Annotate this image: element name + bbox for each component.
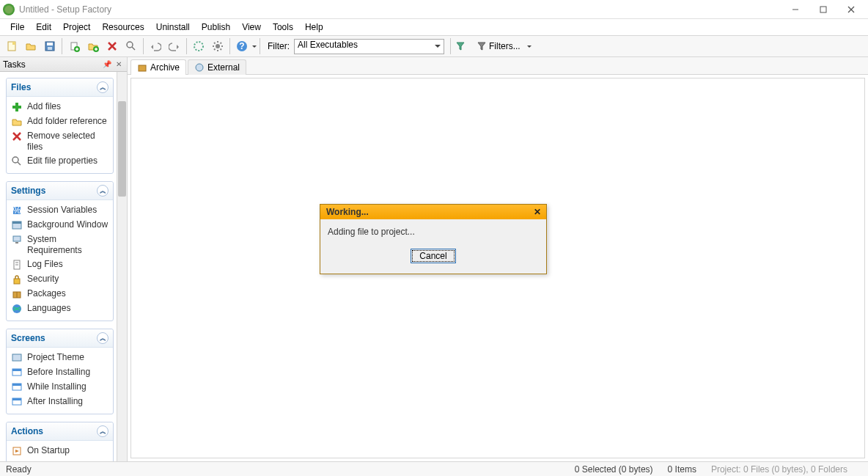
menu-resources[interactable]: Resources bbox=[96, 21, 150, 34]
filters-dropdown-icon[interactable] bbox=[527, 45, 532, 50]
svg-point-36 bbox=[12, 157, 18, 163]
tasks-pin-icon[interactable]: 📌 bbox=[102, 59, 112, 70]
task-before-install[interactable]: Before Installing bbox=[10, 365, 110, 380]
menu-file[interactable]: File bbox=[4, 21, 30, 34]
variables-icon: % bbox=[11, 205, 23, 216]
svg-line-19 bbox=[132, 47, 135, 50]
redo-icon[interactable] bbox=[166, 37, 183, 55]
task-label: After Installing bbox=[27, 396, 83, 407]
settings-icon[interactable] bbox=[209, 37, 227, 55]
menu-view[interactable]: View bbox=[236, 21, 267, 34]
task-log-files[interactable]: Log Files bbox=[10, 257, 110, 272]
maximize-button[interactable] bbox=[809, 1, 837, 18]
dialog-close-icon[interactable]: ✕ bbox=[532, 206, 543, 218]
dialog-body: Adding file to project... Cancel bbox=[320, 219, 546, 274]
panel-head-files[interactable]: Files ︽ bbox=[7, 78, 113, 97]
collapse-icon[interactable]: ︽ bbox=[97, 425, 108, 437]
undo-icon[interactable] bbox=[147, 37, 164, 55]
svg-line-28 bbox=[214, 49, 216, 51]
add-file-icon[interactable] bbox=[65, 37, 83, 55]
task-edit-props[interactable]: Edit file properties bbox=[10, 154, 110, 169]
filter-quick-icon[interactable] bbox=[454, 37, 467, 55]
add-folder-icon[interactable] bbox=[84, 37, 102, 55]
panel-title: Files bbox=[11, 82, 31, 92]
svg-point-61 bbox=[196, 64, 203, 71]
folder-plus-icon bbox=[11, 116, 23, 128]
open-icon[interactable] bbox=[22, 37, 40, 55]
task-add-files[interactable]: Add files bbox=[10, 100, 110, 114]
task-on-startup[interactable]: On Startup bbox=[10, 444, 110, 458]
panel-screens: Screens ︽ Project Theme Before Installin… bbox=[6, 329, 114, 414]
tab-archive[interactable]: Archive bbox=[130, 59, 186, 75]
collapse-icon[interactable]: ︽ bbox=[97, 81, 108, 93]
svg-point-21 bbox=[216, 44, 220, 48]
task-on-pre-install[interactable]: On Pre Install bbox=[10, 458, 110, 461]
task-system-req[interactable]: System Requirements bbox=[10, 232, 110, 257]
dialog-titlebar[interactable]: Working... ✕ bbox=[320, 205, 546, 219]
tasks-close-icon[interactable]: ✕ bbox=[114, 59, 124, 70]
remove-icon[interactable] bbox=[103, 37, 121, 55]
menu-project[interactable]: Project bbox=[57, 21, 96, 34]
task-label: Edit file properties bbox=[27, 155, 98, 166]
external-icon bbox=[194, 62, 205, 73]
menu-help[interactable]: Help bbox=[299, 21, 329, 34]
task-packages[interactable]: Packages bbox=[10, 287, 110, 301]
task-project-theme[interactable]: Project Theme bbox=[10, 351, 110, 365]
svg-rect-43 bbox=[15, 242, 18, 244]
task-label: Remove selected files bbox=[27, 131, 108, 153]
panel-head-actions[interactable]: Actions ︽ bbox=[7, 422, 113, 441]
task-label: Session Variables bbox=[27, 205, 97, 216]
panel-head-screens[interactable]: Screens ︽ bbox=[7, 329, 113, 348]
menu-tools[interactable]: Tools bbox=[267, 21, 299, 34]
archive-icon bbox=[137, 62, 147, 73]
panel-head-settings[interactable]: Settings ︽ bbox=[7, 182, 113, 200]
menu-publish[interactable]: Publish bbox=[196, 21, 236, 34]
task-label: Add folder reference bbox=[27, 116, 107, 127]
computer-icon bbox=[11, 234, 23, 246]
filters-button[interactable]: Filters... bbox=[471, 39, 526, 54]
task-after-install[interactable]: After Installing bbox=[10, 395, 110, 409]
window-icon bbox=[11, 219, 23, 231]
close-button[interactable] bbox=[837, 1, 865, 18]
help-dropdown-icon[interactable] bbox=[252, 45, 257, 50]
tab-label: External bbox=[207, 62, 240, 73]
menu-edit[interactable]: Edit bbox=[30, 21, 57, 34]
tab-external[interactable]: External bbox=[188, 59, 246, 75]
menu-uninstall[interactable]: Uninstall bbox=[150, 21, 196, 34]
menubar: File Edit Project Resources Uninstall Pu… bbox=[0, 19, 868, 35]
task-while-install[interactable]: While Installing bbox=[10, 380, 110, 395]
task-label: Packages bbox=[27, 288, 66, 299]
theme-icon bbox=[11, 352, 23, 364]
build-icon[interactable] bbox=[190, 37, 207, 55]
window-title: Untitled - Setup Factory bbox=[19, 4, 781, 15]
svg-rect-53 bbox=[12, 369, 21, 371]
sidebar: Tasks 📌 ✕ Files ︽ Add files Add folder r… bbox=[0, 57, 128, 461]
filter-select[interactable]: All Executables bbox=[294, 39, 444, 54]
collapse-icon[interactable]: ︽ bbox=[97, 332, 108, 344]
new-icon[interactable] bbox=[3, 37, 21, 55]
task-add-folder[interactable]: Add folder reference bbox=[10, 114, 110, 129]
help-icon[interactable]: ? bbox=[233, 37, 251, 55]
task-label: System Requirements bbox=[27, 234, 108, 256]
minimize-button[interactable] bbox=[781, 1, 809, 18]
filters-label: Filters... bbox=[489, 41, 521, 51]
cancel-button[interactable]: Cancel bbox=[411, 249, 456, 263]
svg-rect-8 bbox=[48, 47, 52, 50]
screen-icon bbox=[11, 381, 23, 393]
svg-point-20 bbox=[194, 42, 203, 51]
panel-title: Settings bbox=[11, 186, 45, 196]
task-languages[interactable]: Languages bbox=[10, 301, 110, 316]
task-security[interactable]: Security bbox=[10, 272, 110, 287]
scrollbar-thumb[interactable] bbox=[118, 101, 126, 197]
tasks-scroll[interactable]: Files ︽ Add files Add folder reference R… bbox=[0, 72, 127, 461]
task-session-vars[interactable]: %Session Variables bbox=[10, 203, 110, 218]
task-remove-files[interactable]: Remove selected files bbox=[10, 129, 110, 154]
search-icon[interactable] bbox=[122, 37, 140, 55]
action-icon bbox=[11, 445, 23, 457]
collapse-icon[interactable]: ︽ bbox=[97, 185, 108, 197]
task-label: Security bbox=[27, 274, 59, 285]
task-background-window[interactable]: Background Window bbox=[10, 218, 110, 232]
sidebar-scrollbar[interactable] bbox=[117, 72, 127, 461]
lock-icon bbox=[11, 274, 23, 285]
save-icon[interactable] bbox=[41, 37, 59, 55]
